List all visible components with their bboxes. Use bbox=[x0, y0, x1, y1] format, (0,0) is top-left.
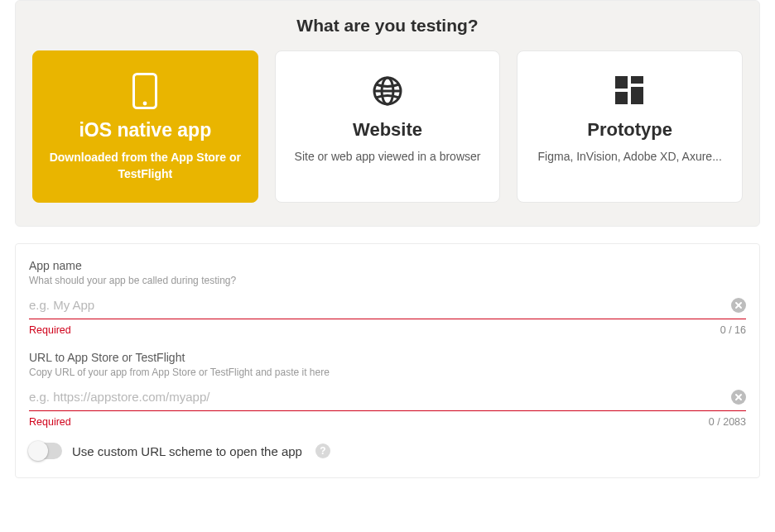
field-description: What should your app be called during te… bbox=[29, 275, 746, 286]
clear-icon[interactable] bbox=[731, 298, 746, 313]
prototype-icon bbox=[614, 71, 647, 111]
error-text: Required bbox=[29, 324, 71, 336]
custom-url-scheme-row: Use custom URL scheme to open the app ? bbox=[29, 443, 746, 459]
field-app-name: App name What should your app be called … bbox=[29, 259, 746, 336]
toggle-knob bbox=[28, 441, 48, 461]
field-app-url: URL to App Store or TestFlight Copy URL … bbox=[29, 351, 746, 428]
app-url-input[interactable] bbox=[29, 388, 731, 405]
field-meta: Required 0 / 2083 bbox=[29, 416, 746, 428]
field-description: Copy URL of your app from App Store or T… bbox=[29, 367, 746, 378]
card-subtitle: Figma, InVision, Adobe XD, Axure... bbox=[538, 149, 722, 165]
field-meta: Required 0 / 16 bbox=[29, 324, 746, 336]
panel-title: What are you testing? bbox=[32, 16, 743, 36]
card-title: Prototype bbox=[587, 119, 672, 141]
card-prototype[interactable]: Prototype Figma, InVision, Adobe XD, Axu… bbox=[517, 50, 743, 203]
input-row bbox=[29, 388, 746, 411]
clear-icon[interactable] bbox=[731, 390, 746, 405]
globe-icon bbox=[371, 71, 404, 111]
custom-url-scheme-toggle[interactable] bbox=[29, 443, 62, 459]
error-text: Required bbox=[29, 416, 71, 428]
card-title: iOS native app bbox=[79, 119, 211, 141]
field-label: App name bbox=[29, 259, 746, 272]
form-panel: App name What should your app be called … bbox=[15, 243, 760, 478]
help-icon[interactable]: ? bbox=[315, 443, 330, 458]
card-ios-native-app[interactable]: iOS native app Downloaded from the App S… bbox=[32, 50, 258, 203]
char-counter: 0 / 16 bbox=[720, 324, 746, 336]
test-type-panel: What are you testing? iOS native app Dow… bbox=[15, 0, 760, 227]
toggle-label: Use custom URL scheme to open the app bbox=[72, 444, 302, 458]
input-row bbox=[29, 296, 746, 319]
card-website[interactable]: Website Site or web app viewed in a brow… bbox=[275, 50, 501, 203]
svg-point-1 bbox=[143, 102, 147, 106]
card-subtitle: Site or web app viewed in a browser bbox=[295, 149, 481, 165]
app-name-input[interactable] bbox=[29, 296, 731, 314]
field-label: URL to App Store or TestFlight bbox=[29, 351, 746, 364]
test-type-cards: iOS native app Downloaded from the App S… bbox=[32, 50, 743, 203]
card-subtitle: Downloaded from the App Store or TestFli… bbox=[48, 150, 243, 182]
mobile-icon bbox=[132, 71, 157, 111]
card-title: Website bbox=[353, 119, 422, 141]
char-counter: 0 / 2083 bbox=[709, 416, 746, 428]
